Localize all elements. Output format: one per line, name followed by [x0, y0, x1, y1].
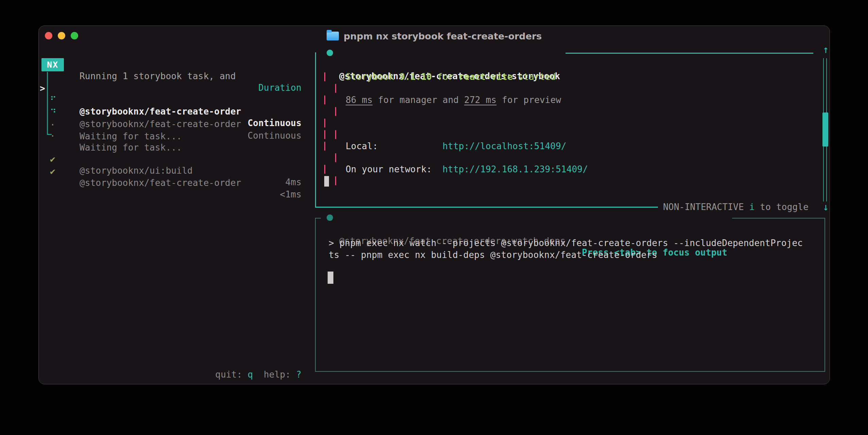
keybinding-hints: quit: q help: ?	[80, 369, 301, 380]
output-line-local: Local: http://localhost:51409/	[324, 140, 817, 152]
local-label: Local:	[346, 140, 378, 152]
scrollbar-thumb[interactable]	[822, 112, 828, 146]
titlebar: pnpm nx storybook feat-create-orders	[39, 26, 830, 45]
task-status-dot	[327, 214, 333, 221]
pipe-bar	[324, 142, 325, 151]
network-label: On your network:	[346, 163, 432, 175]
task-name: @storybooknx/feat-create-order	[80, 177, 241, 189]
terminal-cursor	[328, 272, 333, 284]
task-row-feat-done[interactable]: ✔ @storybooknx/feat-create-order <1ms	[39, 154, 304, 166]
pane-border-left	[315, 52, 316, 208]
output-line-blank	[324, 129, 817, 140]
noninteractive-hint: NON-INTERACTIVE i to toggle	[663, 201, 809, 213]
storybook-version: 9.1.10	[400, 72, 432, 82]
pending-dot-icon: ·	[50, 130, 55, 142]
task-row-waiting-1[interactable]: · Waiting for task...	[39, 107, 304, 119]
pipe-bar	[335, 176, 336, 185]
task-row-watch-deps[interactable]: ⠙ @storybooknx/feat-create-order Continu…	[39, 95, 304, 107]
output-line-blank	[324, 152, 817, 163]
storybook-pane-header[interactable]: @storybooknx/feat-create-orders:storyboo…	[39, 47, 71, 59]
watch-deps-pane-header[interactable]: @storybooknx/feat-create-orders:watch-de…	[321, 212, 732, 224]
task-status-dot	[327, 50, 333, 56]
scroll-up-arrow-icon[interactable]: ↑	[819, 44, 833, 55]
output-line-blank	[324, 83, 817, 94]
pipe-bar	[324, 72, 325, 81]
toggle-key: i	[749, 202, 755, 212]
manager-time: 86 ms	[346, 95, 372, 105]
output-line-network: On your network: http://192.168.1.239:51…	[324, 163, 817, 175]
task-row-storybook[interactable]: ⠋ @storybooknx/feat-create-order Continu…	[39, 83, 304, 94]
task-duration: <1ms	[80, 189, 301, 200]
help-label: help:	[264, 369, 296, 380]
command-line-1: > pnpm exec nx watch --projects @storybo…	[329, 237, 803, 249]
preview-time: 272 ms	[464, 95, 497, 105]
pipe-bar	[335, 153, 336, 162]
mode-label: NON-INTERACTIVE	[663, 202, 749, 212]
terminal-cursor	[324, 176, 329, 187]
pipe-bar	[324, 130, 325, 139]
task-row-waiting-2[interactable]: · Waiting for task...	[39, 119, 304, 130]
quit-label: quit:	[215, 369, 247, 380]
command-line-2: ts -- pnpm exec nx build-deps @storybook…	[329, 249, 657, 261]
window-title: pnpm nx storybook feat-create-orders	[344, 31, 542, 41]
pane-border-bottom	[315, 207, 658, 208]
task-name: @storybooknx/ui:build	[80, 165, 193, 176]
output-line-blank	[324, 117, 817, 129]
sidebar-header: Running 1 storybook task, and Duration	[39, 59, 304, 70]
pane-header-rule	[566, 53, 813, 54]
pipe-bar	[335, 84, 336, 93]
storybook-framework: react-vite	[459, 72, 513, 82]
output-line-blank	[324, 106, 817, 117]
help-key: ?	[296, 369, 301, 380]
output-line-timing: 86 ms for manager and 272 ms for preview	[324, 94, 817, 106]
pipe-bar	[335, 107, 336, 116]
folder-icon	[327, 32, 339, 40]
output-line-started: Storybook 9.1.10 for react-vite started	[324, 71, 817, 83]
quit-key: q	[247, 369, 253, 380]
pipe-bar	[324, 165, 325, 174]
task-name: Waiting for task...	[80, 130, 182, 142]
scroll-down-arrow-icon[interactable]: ↓	[819, 201, 833, 213]
output-line-cursor	[324, 175, 817, 187]
check-icon: ✔	[50, 166, 55, 177]
pipe-bar	[324, 119, 325, 127]
pipe-bar	[335, 130, 336, 139]
local-url-link[interactable]: http://localhost:51409/	[442, 140, 567, 152]
task-row-ui-build[interactable]: ✔ @storybooknx/ui:build 4ms	[39, 142, 304, 153]
network-url-link[interactable]: http://192.168.1.239:51409/	[442, 163, 588, 175]
running-tasks-label: Running 1 storybook task, and	[80, 70, 236, 82]
pipe-bar	[324, 95, 325, 104]
terminal-window: pnpm nx storybook feat-create-orders NX …	[38, 25, 830, 384]
